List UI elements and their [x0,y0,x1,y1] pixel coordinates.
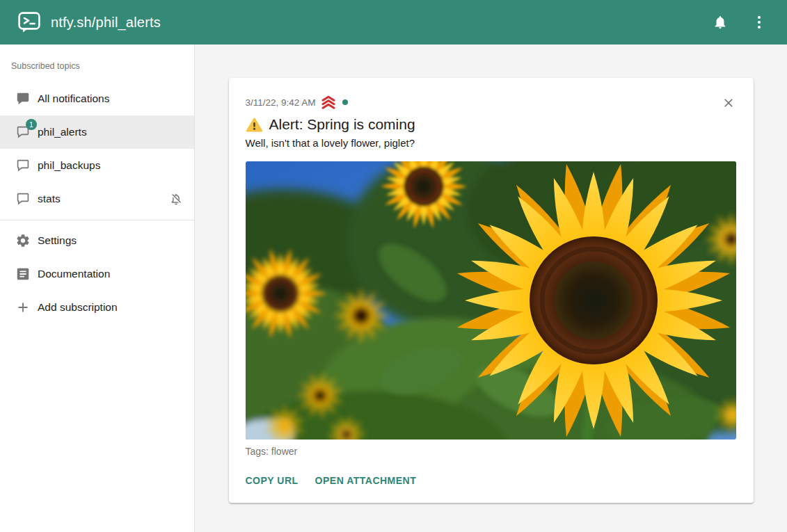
sidebar-item-label: Add subscription [38,301,118,314]
overflow-menu-button[interactable] [745,8,773,36]
unread-count-badge: 1 [26,119,37,130]
close-icon [722,96,736,110]
sidebar-item-phil-alerts[interactable]: 1 phil_alerts [0,115,194,149]
bell-icon [713,15,728,30]
sidebar-item-settings[interactable]: Settings [0,224,194,257]
notification-meta: 3/11/22, 9:42 AM [246,95,737,110]
sidebar-item-label: phil_alerts [38,126,87,138]
warning-triangle-icon [246,117,263,133]
notification-actions: COPY URL OPEN ATTACHMENT [246,474,737,487]
sidebar-item-label: phil_backups [38,159,100,172]
open-attachment-button[interactable]: OPEN ATTACHMENT [315,474,417,487]
chat-filled-icon [15,90,31,107]
bell-off-icon [169,192,183,206]
app-bar: ntfy.sh/phil_alerts [0,0,787,45]
notifications-button[interactable] [706,8,734,36]
timestamp: 3/11/22, 9:42 AM [246,97,316,108]
sidebar-item-label: stats [38,193,61,205]
sidebar-item-phil-backups[interactable]: phil_backups [0,149,194,182]
kebab-menu-icon [757,15,761,29]
notification-card: 3/11/22, 9:42 AM Alert: Spring is comi [229,78,754,503]
main-area: 3/11/22, 9:42 AM Alert: Spring is comi [195,45,787,532]
attachment-image[interactable] [246,161,736,440]
sidebar-item-all-notifications[interactable]: All notifications [0,82,194,115]
ntfy-app: ntfy.sh/phil_alerts Subscribed topics [0,0,787,532]
unread-dot-icon [342,99,348,105]
tags-line: Tags: flower [246,446,737,457]
copy-url-button[interactable]: COPY URL [246,474,299,487]
notification-title-row: Alert: Spring is coming [246,116,737,133]
sidebar-item-documentation[interactable]: Documentation [0,257,194,291]
notification-body: Well, isn't that a lovely flower, piglet… [246,136,737,150]
article-icon [15,266,31,282]
sidebar-item-add-subscription[interactable]: Add subscription [0,291,194,324]
ntfy-logo-icon [18,12,40,33]
chat-outline-icon [15,191,31,207]
page-title: ntfy.sh/phil_alerts [51,15,161,31]
close-notification-button[interactable] [720,95,737,111]
sidebar-item-label: Documentation [38,268,110,280]
sidebar: Subscribed topics All notifications 1 ph… [0,45,195,532]
plus-icon [15,299,31,316]
max-priority-icon [320,95,337,110]
chat-outline-icon [15,157,31,174]
gear-icon [15,232,31,249]
sunflower-photo [246,161,736,440]
sidebar-divider [0,220,194,220]
sidebar-item-stats[interactable]: stats [0,182,194,216]
sidebar-item-label: All notifications [38,92,109,105]
subscribed-topics-caption: Subscribed topics [0,45,194,82]
chat-outline-icon: 1 [15,124,31,140]
notification-title: Alert: Spring is coming [269,116,415,133]
sidebar-item-label: Settings [38,234,77,247]
